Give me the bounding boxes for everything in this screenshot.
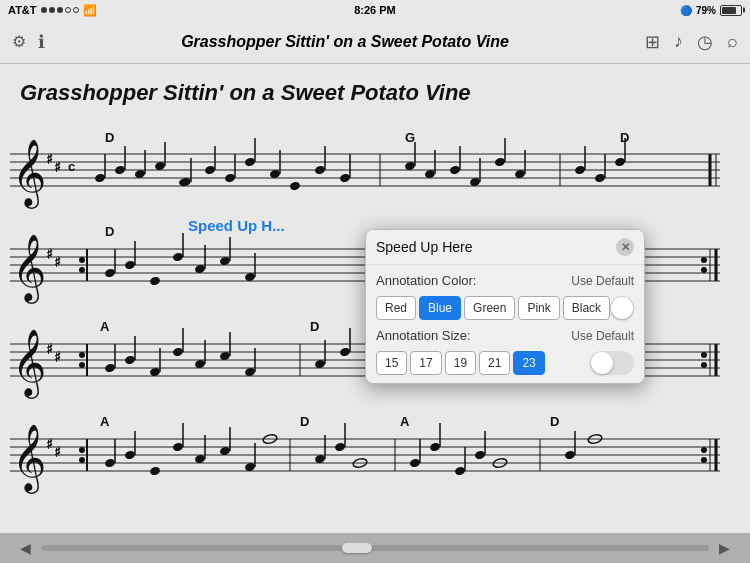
svg-point-180: [334, 442, 346, 452]
clock-icon[interactable]: ◷: [697, 31, 713, 53]
popup-close-button[interactable]: ✕: [616, 238, 634, 256]
size-23-button[interactable]: 23: [513, 351, 544, 375]
size-17-button[interactable]: 17: [410, 351, 441, 375]
search-icon[interactable]: ⌕: [727, 31, 738, 52]
svg-point-49: [574, 165, 586, 175]
size-use-default-toggle[interactable]: [590, 351, 634, 375]
color-button-group: Red Blue Green Pink Black: [376, 296, 610, 320]
svg-point-109: [124, 355, 136, 365]
svg-text:♯: ♯: [46, 436, 53, 452]
toggle-knob: [611, 297, 633, 319]
color-use-default-toggle[interactable]: [610, 296, 634, 320]
status-right: 🔵 79%: [680, 5, 742, 16]
svg-point-72: [124, 260, 136, 270]
svg-point-12: [94, 173, 106, 183]
svg-text:D: D: [300, 414, 309, 429]
library-icon[interactable]: ⊞: [645, 31, 660, 53]
svg-point-91: [701, 267, 707, 273]
color-blue-button[interactable]: Blue: [419, 296, 461, 320]
svg-text:♯: ♯: [46, 341, 53, 357]
popup-header: Speed Up Here ✕: [366, 230, 644, 265]
svg-text:♯: ♯: [54, 349, 61, 365]
svg-text:c: c: [68, 159, 75, 174]
scroll-thumb[interactable]: [342, 543, 372, 553]
svg-point-51: [594, 173, 606, 183]
scrollbar: ◀ ▶: [0, 533, 750, 563]
svg-text:𝄞: 𝄞: [12, 424, 46, 494]
svg-point-31: [314, 165, 326, 175]
svg-text:A: A: [100, 319, 110, 334]
color-green-button[interactable]: Green: [464, 296, 515, 320]
svg-point-33: [339, 173, 351, 183]
svg-point-74: [149, 276, 161, 286]
signal-dot-5: [73, 7, 79, 13]
wifi-icon: 📶: [83, 4, 97, 17]
size-use-default-label: Use Default: [571, 329, 634, 343]
svg-point-199: [701, 447, 707, 453]
svg-text:G: G: [405, 130, 415, 145]
svg-point-184: [409, 458, 421, 468]
svg-point-40: [449, 165, 461, 175]
annotation-color-label: Annotation Color:: [376, 273, 476, 288]
svg-point-157: [79, 457, 85, 463]
popup-title: Speed Up Here: [376, 239, 473, 255]
svg-point-26: [244, 157, 256, 167]
color-use-default-label: Use Default: [571, 274, 634, 288]
annotation-size-label: Annotation Size:: [376, 328, 471, 343]
svg-point-188: [454, 466, 466, 476]
svg-text:Speed Up H...: Speed Up H...: [188, 217, 285, 234]
color-pink-button[interactable]: Pink: [518, 296, 559, 320]
svg-point-66: [79, 267, 85, 273]
svg-point-200: [701, 457, 707, 463]
svg-point-194: [564, 450, 576, 460]
svg-point-101: [79, 362, 85, 368]
svg-point-186: [429, 442, 441, 452]
svg-point-22: [204, 165, 216, 175]
svg-point-124: [339, 347, 351, 357]
svg-point-147: [701, 362, 707, 368]
size-15-button[interactable]: 15: [376, 351, 407, 375]
svg-text:♯: ♯: [46, 151, 53, 167]
bluetooth-icon: 🔵: [680, 5, 692, 16]
svg-point-165: [124, 450, 136, 460]
color-black-button[interactable]: Black: [563, 296, 610, 320]
size-button-group: 15 17 19 21 23: [376, 351, 545, 375]
svg-point-190: [474, 450, 486, 460]
scroll-track[interactable]: [41, 545, 709, 551]
svg-text:♯: ♯: [54, 444, 61, 460]
annotation-size-row: Annotation Size: Use Default: [376, 328, 634, 343]
info-icon[interactable]: ℹ: [38, 31, 45, 53]
main-content: Grasshopper Sittin' on a Sweet Potato Vi…: [0, 64, 750, 563]
signal-dot-1: [41, 7, 47, 13]
carrier-text: AT&T: [8, 4, 37, 16]
svg-point-53: [614, 157, 626, 167]
svg-text:A: A: [100, 414, 110, 429]
size-19-button[interactable]: 19: [445, 351, 476, 375]
toolbar-right: ⊞ ♪ ◷ ⌕: [645, 31, 738, 53]
svg-point-90: [701, 257, 707, 263]
signal-dot-3: [57, 7, 63, 13]
svg-text:D: D: [105, 130, 114, 145]
svg-point-100: [79, 352, 85, 358]
svg-text:D: D: [105, 224, 114, 239]
svg-point-44: [494, 157, 506, 167]
scroll-left-arrow[interactable]: ◀: [20, 540, 31, 556]
svg-point-167: [149, 466, 161, 476]
svg-text:D: D: [550, 414, 559, 429]
svg-point-30: [289, 181, 301, 191]
toolbar-left: ⚙ ℹ: [12, 31, 45, 53]
close-icon: ✕: [621, 241, 630, 254]
color-red-button[interactable]: Red: [376, 296, 416, 320]
svg-point-107: [104, 363, 116, 373]
svg-point-168: [172, 442, 184, 452]
battery-fill: [722, 7, 736, 14]
popup-body: Annotation Color: Use Default Red Blue G…: [366, 265, 644, 383]
size-21-button[interactable]: 21: [479, 351, 510, 375]
annotation-color-row: Annotation Color: Use Default: [376, 273, 634, 288]
svg-point-156: [79, 447, 85, 453]
note-icon[interactable]: ♪: [674, 31, 683, 52]
svg-point-113: [172, 347, 184, 357]
scroll-right-arrow[interactable]: ▶: [719, 540, 730, 556]
size-toggle-knob: [591, 352, 613, 374]
settings-icon[interactable]: ⚙: [12, 32, 26, 51]
